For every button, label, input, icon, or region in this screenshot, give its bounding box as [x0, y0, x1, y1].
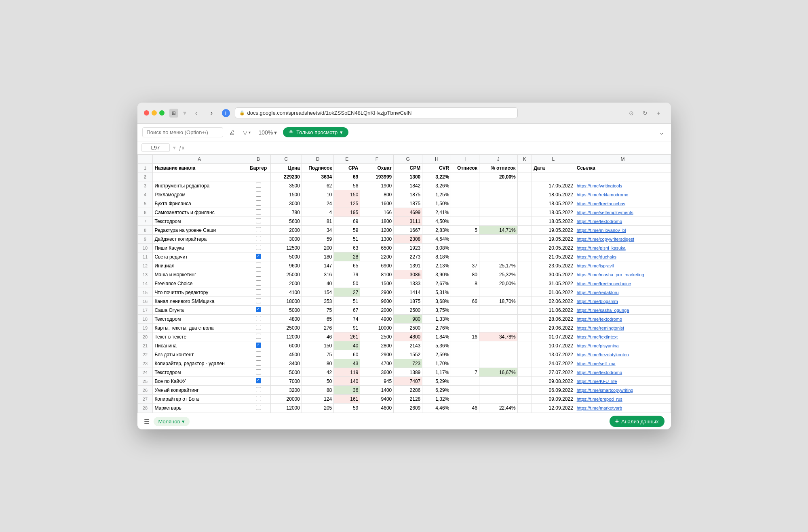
cell-11-G[interactable]: 2273 [394, 252, 422, 261]
cell-6-F[interactable]: 166 [360, 208, 394, 217]
cell-12-B[interactable] [246, 261, 271, 270]
cell-8-F[interactable]: 1200 [360, 226, 394, 235]
cell-26-D[interactable]: 88 [302, 386, 333, 395]
cell-23-E[interactable]: 43 [334, 359, 360, 368]
cell-18-E[interactable]: 74 [334, 315, 360, 324]
channel-link[interactable]: https://t.me/blogsmm [577, 299, 618, 304]
cell-15-L[interactable]: 01.06.2022 [532, 288, 575, 297]
cell-27-F[interactable]: 9400 [360, 395, 394, 404]
cell-11-L[interactable]: 21.05.2022 [532, 252, 575, 261]
cell-28-E[interactable]: 59 [334, 404, 360, 412]
col-header-H[interactable]: H [422, 155, 451, 164]
cell-20-H[interactable]: 1,84% [422, 332, 451, 341]
cell-14-J[interactable]: 20,00% [479, 279, 517, 288]
cell-19-C[interactable]: 25000 [270, 324, 302, 332]
cell-25-E[interactable]: 140 [334, 377, 360, 386]
cell-19-I[interactable] [451, 324, 479, 332]
cell-5-E[interactable]: 125 [334, 199, 360, 208]
channel-link[interactable]: https://t.me/ispravil [577, 263, 614, 268]
cell-5-F[interactable]: 1600 [360, 199, 394, 208]
cell-20-A[interactable]: Текст в тексте [153, 332, 246, 341]
readonly-button[interactable]: 👁 Только просмотр ▾ [283, 127, 348, 137]
cell-26-J[interactable] [479, 386, 517, 395]
checkbox[interactable] [256, 263, 261, 268]
col-header-F[interactable]: F [360, 155, 394, 164]
minimize-btn[interactable] [152, 110, 157, 116]
cell-4-G[interactable]: 1875 [394, 190, 422, 199]
channel-link[interactable]: https://t.me/smartcopywriting [577, 388, 633, 393]
cell-16-M[interactable]: https://t.me/blogsmm [575, 297, 671, 306]
cell-8-B[interactable] [246, 226, 271, 235]
cell-18-B[interactable] [246, 315, 271, 324]
cell-24-D[interactable]: 42 [302, 368, 333, 377]
checkbox[interactable] [256, 245, 261, 250]
cell-11-F[interactable]: 2200 [360, 252, 394, 261]
cell-16-K[interactable] [517, 297, 532, 306]
checkbox[interactable] [256, 227, 261, 232]
cell-16-H[interactable]: 3,68% [422, 297, 451, 306]
cell-15-K[interactable] [517, 288, 532, 297]
cell-28-I[interactable]: 46 [451, 404, 479, 412]
cell-25-F[interactable]: 945 [360, 377, 394, 386]
cell-4-M[interactable]: https://t.me/reklamodromo [575, 190, 671, 199]
cell-28-A[interactable]: Маркетварь [153, 404, 246, 412]
cell-16-D[interactable]: 353 [302, 297, 333, 306]
cell-21-A[interactable]: Писанина [153, 341, 246, 350]
cell-18-K[interactable] [517, 315, 532, 324]
cell-20-M[interactable]: https://t.me/textintext [575, 332, 671, 341]
cell-1-J[interactable]: % отписок [479, 164, 517, 172]
cell-14-D[interactable]: 40 [302, 279, 333, 288]
cell-3-E[interactable]: 56 [334, 181, 360, 190]
cell-25-K[interactable] [517, 377, 532, 386]
cell-7-B[interactable] [246, 217, 271, 226]
cell-16-C[interactable]: 18000 [270, 297, 302, 306]
cell-5-M[interactable]: https://t.me/freelancebay [575, 199, 671, 208]
cell-3-C[interactable]: 3500 [270, 181, 302, 190]
cell-14-B[interactable] [246, 279, 271, 288]
cell-15-J[interactable] [479, 288, 517, 297]
cell-21-G[interactable]: 2143 [394, 341, 422, 350]
col-header-G[interactable]: G [394, 155, 422, 164]
col-header-L[interactable]: L [532, 155, 575, 164]
cell-7-C[interactable]: 5600 [270, 217, 302, 226]
cell-17-E[interactable]: 67 [334, 306, 360, 315]
cell-24-J[interactable]: 16,67% [479, 368, 517, 377]
refresh-icon[interactable]: ↻ [639, 107, 651, 119]
cell-17-L[interactable]: 11.06.2022 [532, 306, 575, 315]
cell-24-L[interactable]: 27.07.2022 [532, 368, 575, 377]
spreadsheet-area[interactable]: A B C D E F G H I J K L M 1 [137, 154, 671, 413]
cell-28-B[interactable] [246, 404, 271, 412]
channel-link[interactable]: https://t.me/writingtools [577, 183, 622, 188]
checkbox[interactable] [256, 405, 261, 410]
cell-17-M[interactable]: https://t.me/sasha_ogunga [575, 306, 671, 315]
cell-1-E[interactable]: CPA [334, 164, 360, 172]
cell-6-D[interactable]: 4 [302, 208, 333, 217]
cell-13-A[interactable]: Маша и маркетинг [153, 270, 246, 279]
cell-3-D[interactable]: 62 [302, 181, 333, 190]
cell-5-B[interactable] [246, 199, 271, 208]
cell-21-L[interactable]: 10.07.2022 [532, 341, 575, 350]
cell-4-H[interactable]: 1,25% [422, 190, 451, 199]
cell-15-C[interactable]: 4100 [270, 288, 302, 297]
cell-22-C[interactable]: 4500 [270, 350, 302, 359]
cell-18-I[interactable] [451, 315, 479, 324]
cell-24-I[interactable]: 7 [451, 368, 479, 377]
cell-5-A[interactable]: Бухта Фриланса [153, 199, 246, 208]
cell-7-F[interactable]: 1800 [360, 217, 394, 226]
cell-5-D[interactable]: 24 [302, 199, 333, 208]
cell-2-L[interactable] [532, 172, 575, 181]
checkbox[interactable] [256, 369, 261, 374]
cell-11-I[interactable] [451, 252, 479, 261]
cell-28-H[interactable]: 4,46% [422, 404, 451, 412]
cell-8-G[interactable]: 1667 [394, 226, 422, 235]
channel-link[interactable]: https://t.me/masha_pro_marketing [577, 272, 644, 277]
cell-7-D[interactable]: 81 [302, 217, 333, 226]
cell-25-G[interactable]: 7407 [394, 377, 422, 386]
cell-15-A[interactable]: Что почитать редактору [153, 288, 246, 297]
cell-2-A[interactable] [153, 172, 246, 181]
cell-25-M[interactable]: https://t.me/KFU_life [575, 377, 671, 386]
cell-10-E[interactable]: 63 [334, 244, 360, 252]
cell-17-F[interactable]: 2000 [360, 306, 394, 315]
analyze-button[interactable]: + Анализ данных [610, 416, 665, 427]
cell-6-G[interactable]: 4699 [394, 208, 422, 217]
